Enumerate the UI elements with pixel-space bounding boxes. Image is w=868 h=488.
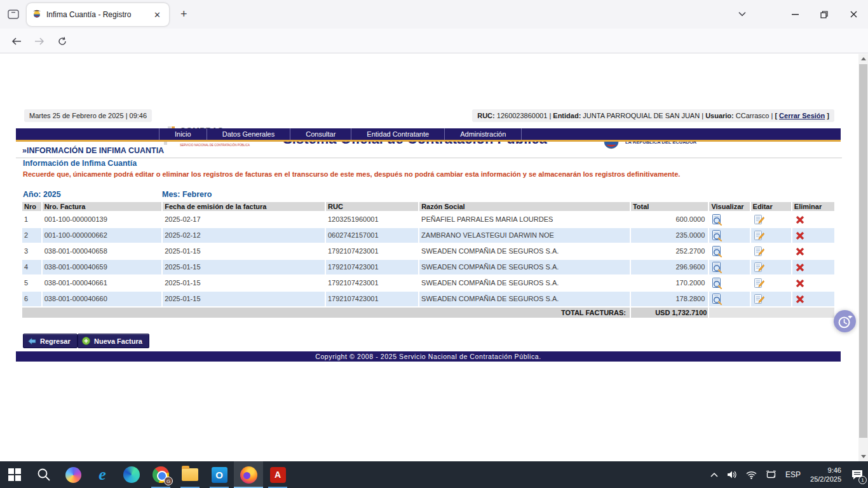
table-row: 3038-001-0000406582025-01-15179210742300… xyxy=(22,244,834,259)
nav-item-inicio[interactable]: Inicio xyxy=(159,128,207,140)
cell-razon: PEÑAFIEL PARRALES MARIA LOURDES xyxy=(419,212,630,227)
visualizar-icon[interactable] xyxy=(709,276,749,290)
cell-factura: 001-100-000000662 xyxy=(43,228,162,243)
editar-icon[interactable] xyxy=(751,244,791,259)
eliminar-icon[interactable] xyxy=(792,228,834,243)
tab-close-icon[interactable]: ✕ xyxy=(151,9,164,21)
tray-chevron-icon[interactable] xyxy=(706,472,722,477)
restore-button[interactable] xyxy=(810,0,839,29)
start-button[interactable] xyxy=(0,461,29,488)
eliminar-icon[interactable] xyxy=(792,292,834,306)
cell-razon: ZAMBRANO VELASTEGUI DARWIN NOE xyxy=(419,228,630,243)
outlook-icon[interactable]: O xyxy=(205,461,234,488)
forward-button[interactable] xyxy=(31,34,48,48)
cell-razon: SWEADEN COMPAÑIA DE SEGUROS S.A. xyxy=(419,260,630,274)
scrollbar-thumb[interactable] xyxy=(859,64,867,438)
nav-menu: InicioDatos GeneralesConsultarEntidad Co… xyxy=(159,128,522,140)
nav-item-datos-generales[interactable]: Datos Generales xyxy=(207,128,291,140)
scroll-down-icon[interactable] xyxy=(858,452,868,461)
tab-title: Infima Cuantía - Registro xyxy=(46,10,151,19)
table-row: 4038-001-0000406592025-01-15179210742300… xyxy=(22,260,834,274)
wifi-icon[interactable] xyxy=(742,471,761,479)
scroll-up-icon[interactable] xyxy=(858,54,868,64)
edge-icon[interactable] xyxy=(117,461,146,488)
column-header: Editar xyxy=(751,202,791,211)
editar-icon[interactable] xyxy=(751,228,791,243)
eliminar-icon[interactable] xyxy=(792,244,834,259)
visualizar-icon[interactable] xyxy=(709,228,749,243)
regresar-button[interactable]: Regresar xyxy=(23,334,78,348)
visualizar-icon[interactable] xyxy=(709,244,749,259)
back-button[interactable] xyxy=(8,34,25,48)
site-favicon-icon xyxy=(32,8,42,21)
timer-extension-widget[interactable] xyxy=(834,310,856,332)
session-bar: RUC: 1260023860001 | Entidad: JUNTA PARR… xyxy=(472,109,834,122)
search-icon[interactable] xyxy=(29,461,58,488)
language-indicator[interactable]: ESP xyxy=(781,470,805,479)
cell-fecha: 2025-01-15 xyxy=(163,244,325,259)
cell-total: 170.2000 xyxy=(631,276,709,290)
tab-manager-icon[interactable] xyxy=(5,7,22,21)
cell-razon: SWEADEN COMPAÑIA DE SEGUROS S.A. xyxy=(419,244,630,259)
nav-item-administración[interactable]: Administración xyxy=(445,128,522,140)
eliminar-icon[interactable] xyxy=(792,260,834,274)
table-row: 2001-100-0000006622025-02-12060274215700… xyxy=(22,228,834,243)
minimize-button[interactable] xyxy=(780,0,810,29)
visualizar-icon[interactable] xyxy=(709,260,749,274)
file-explorer-icon[interactable] xyxy=(175,461,205,488)
copilot-icon[interactable] xyxy=(58,461,88,488)
datetime-bar: Martes 25 de Febrero de 2025 | 09:46 xyxy=(24,109,152,122)
nav-item-consultar[interactable]: Consultar xyxy=(290,128,351,140)
acrobat-icon[interactable]: A xyxy=(263,461,292,488)
ruc-value: 1260023860001 xyxy=(497,112,548,119)
month-label: Mes: Febrero xyxy=(162,190,212,199)
editar-icon[interactable] xyxy=(751,276,791,290)
volume-icon[interactable] xyxy=(722,470,742,479)
windows-taskbar: e G O A ESP 9:46 25/2/2025 1 xyxy=(0,461,868,488)
table-total-row: TOTAL FACTURAS:USD 1,732.7100 xyxy=(22,308,834,318)
cell-nro: 1 xyxy=(22,212,41,227)
browser-titlebar: Infima Cuantía - Registro ✕ + xyxy=(0,0,868,29)
breadcrumb: »INFORMACIÓN DE INFIMA CUANTIA xyxy=(16,145,842,158)
column-header: Razón Social xyxy=(419,202,630,211)
cell-fecha: 2025-01-15 xyxy=(163,276,325,290)
clock-flame-icon xyxy=(836,313,854,330)
reload-button[interactable] xyxy=(53,34,71,48)
column-header: Nro. Factura xyxy=(43,202,162,211)
cell-razon: SWEADEN COMPAÑIA DE SEGUROS S.A. xyxy=(419,292,630,306)
table-row: 5038-001-0000406612025-01-15179210742300… xyxy=(22,276,834,290)
editar-icon[interactable] xyxy=(751,260,791,274)
editar-icon[interactable] xyxy=(751,212,791,227)
total-facturas-label: TOTAL FACTURAS: xyxy=(22,308,630,318)
cast-icon[interactable] xyxy=(761,470,781,479)
cell-total: 252.2700 xyxy=(631,244,709,259)
visualizar-icon[interactable] xyxy=(709,212,749,227)
chrome-icon[interactable]: G xyxy=(146,461,175,488)
new-tab-button[interactable]: + xyxy=(177,8,191,21)
nav-item-entidad-contratante[interactable]: Entidad Contratante xyxy=(351,128,445,140)
column-header: Eliminar xyxy=(792,202,834,211)
cell-fecha: 2025-01-15 xyxy=(163,260,325,274)
browser-toolbar: https://www.compraspublicas.gob.ec/Proce… xyxy=(0,29,868,53)
notifications-icon[interactable]: 1 xyxy=(846,461,868,488)
cell-factura: 001-100-000000139 xyxy=(43,212,162,227)
firefox-icon[interactable] xyxy=(234,461,263,488)
tab-list-dropdown-icon[interactable] xyxy=(735,8,750,20)
browser-tab[interactable]: Infima Cuantía - Registro ✕ xyxy=(27,3,169,26)
logout-link[interactable]: Cerrar Sesión xyxy=(779,112,825,119)
close-button[interactable] xyxy=(839,0,868,29)
cell-fecha: 2025-01-15 xyxy=(163,292,325,306)
invoices-table: NroNro. FacturaFecha de emisión de la fa… xyxy=(22,202,834,318)
cell-ruc: 1792107423001 xyxy=(326,292,418,306)
cell-factura: 038-001-000040659 xyxy=(43,260,162,274)
visualizar-icon[interactable] xyxy=(709,292,749,306)
editar-icon[interactable] xyxy=(751,292,791,306)
eliminar-icon[interactable] xyxy=(792,212,834,227)
tray-clock[interactable]: 9:46 25/2/2025 xyxy=(805,466,846,484)
page-scrollbar[interactable] xyxy=(858,54,868,461)
total-facturas-value: USD 1,732.7100 xyxy=(631,308,708,318)
column-header: Nro xyxy=(22,202,41,211)
eliminar-icon[interactable] xyxy=(792,276,834,290)
internet-explorer-icon[interactable]: e xyxy=(88,461,117,488)
nueva-factura-button[interactable]: Nueva Factura xyxy=(78,334,149,348)
